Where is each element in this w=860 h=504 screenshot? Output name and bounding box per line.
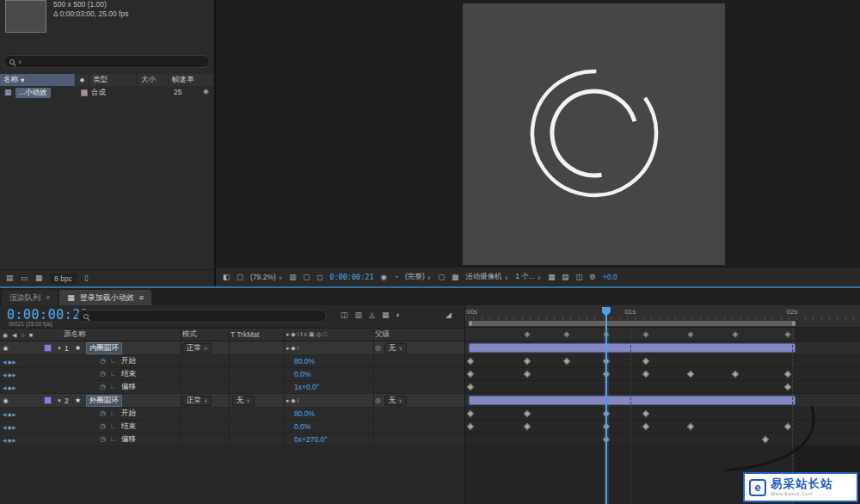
hide-shy-layers-icon[interactable]: ◬ [369, 311, 375, 319]
keyframe-navigator[interactable]: ◀◆▶ [0, 437, 26, 443]
take-snapshot-icon[interactable]: ◉ [381, 274, 387, 281]
property-row-offset[interactable]: ◀◆▶ ◷ ∟ 偏移 1x+0.0° [0, 381, 464, 394]
graph-icon[interactable]: ∟ [110, 423, 121, 430]
keyframe-track-offset[interactable] [465, 381, 860, 394]
property-name[interactable]: 开始 [121, 356, 136, 366]
resolution-popup[interactable]: (完整) ∨ [405, 272, 431, 282]
parent-dropdown[interactable]: 无∨ [384, 396, 407, 406]
graph-icon[interactable]: ∟ [110, 436, 121, 443]
region-of-interest-icon[interactable]: ▢ [303, 274, 310, 281]
project-item-row[interactable]: ▦ ...小动效 合成 25 ◈ [0, 87, 214, 99]
panel-menu-icon[interactable]: ≡ [139, 294, 144, 302]
column-header-label[interactable]: ◆ [76, 74, 89, 86]
close-icon[interactable]: × [46, 294, 50, 302]
layer-row-2[interactable]: ◉ ▼ 2 ★ 外圈圆环 正常∨ 无∨ ●◆/ ◎ 无∨ [0, 394, 464, 408]
stopwatch-icon[interactable]: ◷ [100, 358, 110, 365]
property-row-end[interactable]: ◀◆▶ ◷ ∟ 结束 0.0% [0, 421, 464, 433]
interpret-footage-icon[interactable]: ▤ [6, 274, 13, 282]
project-item-name[interactable]: ...小动效 [15, 88, 51, 98]
tab-render-queue[interactable]: 渲染队列 × [2, 290, 58, 305]
mode-dropdown[interactable]: 正常∨ [182, 396, 212, 406]
mask-visibility-icon[interactable]: ◻ [316, 274, 322, 281]
column-header-framerate[interactable]: 帧速率 [169, 74, 214, 86]
trkmat-dropdown[interactable]: 无∨ [232, 396, 255, 406]
tab-composition[interactable]: ▦ 登录加载小动效 ≡ [59, 290, 151, 305]
project-search-input[interactable]: ∨ [3, 55, 210, 68]
property-row-end[interactable]: ◀◆▶ ◷ ∟ 结束 0.0% [0, 368, 464, 381]
graph-icon[interactable]: ∟ [110, 384, 121, 390]
work-area-bar[interactable] [469, 321, 796, 326]
show-snapshot-icon[interactable]: ◔ [394, 274, 398, 281]
exposure-gear-icon[interactable]: ⚙ [589, 274, 596, 281]
column-trkmat[interactable]: T TrkMat [230, 330, 259, 339]
grid-guides-icon[interactable]: ▥ [289, 274, 296, 281]
monitor-icon[interactable]: ▢ [236, 274, 243, 281]
graph-icon[interactable]: ∟ [110, 371, 121, 378]
frame-blending-icon[interactable]: ▦ [382, 311, 390, 319]
layer-name[interactable]: 外圈圆环 [86, 395, 122, 407]
composition-canvas[interactable] [463, 3, 725, 265]
keyframe-summary-track[interactable] [465, 328, 860, 341]
label-chip[interactable] [44, 396, 52, 404]
property-name[interactable]: 偏移 [121, 382, 136, 392]
pickwhip-icon[interactable]: ◎ [375, 397, 381, 404]
guides-icon[interactable]: ▤ [562, 274, 568, 281]
channels-icon[interactable]: ◧ [223, 274, 230, 281]
property-value[interactable]: 80.0% [294, 357, 315, 366]
layer-name[interactable]: 内圈圆环 [86, 342, 122, 354]
keyframe-track-end[interactable] [465, 368, 860, 381]
layer-duration-row[interactable] [465, 341, 860, 355]
parent-dropdown[interactable]: 无∨ [384, 343, 407, 353]
property-row-start[interactable]: ◀◆▶ ◷ ∟ 开始 80.0% [0, 355, 464, 368]
layer-switches[interactable]: ●◆/ [286, 397, 301, 404]
column-header-size[interactable]: 大小 [138, 74, 169, 86]
keyframe-navigator[interactable]: ◀◆▶ [0, 384, 26, 390]
eye-icon[interactable]: ◉ [0, 397, 11, 403]
pixel-aspect-icon[interactable]: ▦ [548, 274, 555, 281]
keyframe-navigator[interactable]: ◀◆▶ [0, 424, 26, 430]
property-value[interactable]: 0.0% [294, 370, 310, 378]
graph-editor-icon[interactable]: ◢ [445, 311, 452, 319]
magnification-popup[interactable]: (79.2%) ∨ [250, 273, 282, 281]
layer-switches[interactable]: ●◆/ [286, 345, 301, 352]
pickwhip-icon[interactable]: ◎ [375, 345, 381, 352]
stopwatch-icon[interactable]: ◷ [100, 410, 110, 417]
mode-dropdown[interactable]: 正常∨ [182, 343, 212, 353]
mini-flowchart-icon[interactable]: ◫ [575, 274, 582, 281]
keyframe-navigator[interactable]: ◀◆▶ [0, 411, 26, 417]
property-name[interactable]: 开始 [121, 409, 136, 419]
stopwatch-icon[interactable]: ◷ [100, 423, 110, 430]
property-value[interactable]: 1x+0.0° [294, 383, 319, 391]
new-composition-icon[interactable]: ▦ [35, 274, 42, 282]
stopwatch-icon[interactable]: ◷ [100, 371, 110, 378]
property-value[interactable]: 80.0% [294, 409, 315, 418]
time-ruler[interactable]: 0:00s 01s 02s [465, 305, 860, 328]
timeline-search-input[interactable] [77, 310, 327, 323]
column-parent[interactable]: 父级 [375, 329, 390, 340]
property-value[interactable]: 0.0% [294, 422, 310, 431]
graph-icon[interactable]: ∟ [110, 410, 121, 417]
keyframe-navigator[interactable]: ◀◆▶ [0, 359, 26, 365]
eye-icon[interactable]: ◉ [0, 345, 11, 351]
property-name[interactable]: 偏移 [121, 434, 136, 445]
layer-duration-bar[interactable] [469, 343, 796, 353]
property-name[interactable]: 结束 [121, 369, 136, 379]
project-bit-depth-button[interactable]: 8 bpc [50, 274, 77, 284]
column-header-name[interactable]: 名称 ▾ [0, 74, 76, 86]
column-header-type[interactable]: 类型 [89, 74, 138, 86]
view-layout-popup[interactable]: 1 个... ∨ [515, 272, 541, 282]
viewer-timecode[interactable]: 0:00:00:21 [329, 273, 373, 281]
column-mode[interactable]: 模式 [182, 329, 197, 340]
draft-3d-icon[interactable]: ▥ [355, 311, 363, 319]
trash-icon[interactable]: ▯ [84, 274, 89, 282]
camera-popup[interactable]: 活动摄像机 ∨ [465, 272, 508, 282]
graph-icon[interactable]: ∟ [110, 358, 121, 365]
keyframe-track-start[interactable] [465, 355, 860, 368]
exposure-value[interactable]: +0.0 [603, 273, 617, 281]
fast-previews-icon[interactable]: ▢ [438, 274, 445, 281]
stopwatch-icon[interactable]: ◷ [100, 384, 110, 390]
transparency-grid-icon[interactable]: ▩ [452, 274, 458, 281]
layer-row-1[interactable]: ◉ ▼ 1 ★ 内圈圆环 正常∨ ●◆/ ◎ 无∨ [0, 341, 464, 355]
property-row-offset[interactable]: ◀◆▶ ◷ ∟ 偏移 0x+270.0° [0, 433, 464, 446]
mini-flowchart-icon[interactable]: ◫ [341, 311, 348, 319]
